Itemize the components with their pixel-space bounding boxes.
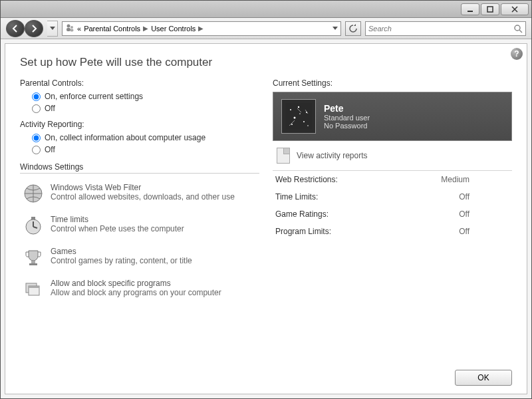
nav-history-dropdown[interactable] bbox=[47, 21, 58, 37]
view-activity-reports-link[interactable]: View activity reports bbox=[273, 141, 512, 170]
activity-reporting-off-label: Off bbox=[45, 145, 55, 154]
right-column: Current Settings: Pe bbox=[273, 78, 512, 363]
setting-title: Games bbox=[51, 247, 192, 256]
parental-controls-label: Parental Controls: bbox=[20, 78, 259, 88]
chevron-right-icon: ▶ bbox=[198, 25, 203, 32]
setting-title: Time limits bbox=[51, 215, 184, 224]
activity-reporting-on-radio[interactable] bbox=[32, 134, 41, 142]
content-wrapper: ? Set up how Pete will use the computer … bbox=[1, 39, 531, 398]
windows-settings-label: Windows Settings bbox=[20, 162, 259, 172]
back-button[interactable] bbox=[6, 20, 25, 37]
chevron-down-icon bbox=[50, 27, 55, 30]
divider bbox=[20, 173, 259, 174]
avatar bbox=[281, 99, 316, 134]
parental-controls-on-label: On, enforce current settings bbox=[45, 92, 143, 101]
status-row-web[interactable]: Web Restrictions: Medium bbox=[273, 170, 512, 188]
titlebar bbox=[1, 1, 531, 18]
svg-point-2 bbox=[67, 24, 70, 27]
user-name: Pete bbox=[324, 103, 370, 114]
svg-rect-14 bbox=[29, 263, 37, 265]
status-row-games[interactable]: Game Ratings: Off bbox=[273, 205, 512, 223]
panel: ? Set up how Pete will use the computer … bbox=[5, 43, 527, 394]
refresh-button[interactable] bbox=[345, 21, 361, 36]
svg-point-23 bbox=[303, 121, 305, 122]
user-role: Standard user bbox=[324, 114, 370, 122]
svg-point-20 bbox=[298, 106, 299, 108]
parental-controls-off-radio[interactable] bbox=[32, 104, 41, 113]
activity-reporting-on-label: On, collect information about computer u… bbox=[45, 133, 205, 142]
user-password-status: No Password bbox=[324, 122, 370, 130]
setting-title: Windows Vista Web Filter bbox=[51, 183, 235, 192]
activity-link-label: View activity reports bbox=[297, 151, 367, 160]
help-button[interactable]: ? bbox=[511, 48, 523, 60]
ok-button[interactable]: OK bbox=[455, 370, 512, 386]
status-key: Web Restrictions: bbox=[275, 175, 338, 184]
forward-button[interactable] bbox=[25, 20, 43, 37]
status-value: Off bbox=[459, 192, 509, 201]
status-value: Off bbox=[459, 227, 509, 236]
svg-rect-13 bbox=[31, 261, 35, 263]
svg-point-22 bbox=[294, 117, 296, 119]
window: « Parental Controls ▶ User Controls ▶ ? … bbox=[0, 0, 532, 399]
search-box[interactable] bbox=[365, 21, 526, 36]
search-input[interactable] bbox=[368, 25, 513, 33]
setting-desc: Allow and block any programs on your com… bbox=[51, 288, 221, 297]
svg-rect-17 bbox=[29, 286, 39, 288]
breadcrumb-item-user-controls[interactable]: User Controls bbox=[151, 25, 196, 33]
status-row-programs[interactable]: Program Limits: Off bbox=[273, 223, 512, 240]
svg-point-3 bbox=[70, 26, 73, 29]
activity-reporting-label: Activity Reporting: bbox=[20, 120, 259, 129]
status-key: Game Ratings: bbox=[275, 209, 329, 219]
svg-rect-5 bbox=[70, 29, 74, 31]
address-bar[interactable]: « Parental Controls ▶ User Controls ▶ bbox=[62, 21, 341, 36]
svg-point-19 bbox=[290, 109, 291, 110]
trophy-icon bbox=[23, 247, 44, 268]
maximize-button[interactable] bbox=[481, 3, 499, 15]
status-key: Program Limits: bbox=[275, 227, 331, 236]
page-title: Set up how Pete will use the computer bbox=[20, 56, 512, 69]
document-icon bbox=[277, 148, 290, 164]
parental-controls-off-label: Off bbox=[45, 104, 55, 113]
window-stack-icon bbox=[23, 279, 44, 300]
status-key: Time Limits: bbox=[275, 192, 318, 201]
games-item[interactable]: Games Control games by rating, content, … bbox=[20, 243, 259, 275]
address-dropdown[interactable] bbox=[332, 27, 338, 30]
setting-desc: Control when Pete uses the computer bbox=[51, 224, 184, 233]
navbar: « Parental Controls ▶ User Controls ▶ bbox=[1, 18, 531, 39]
svg-point-26 bbox=[299, 113, 301, 114]
svg-rect-10 bbox=[31, 217, 35, 219]
svg-line-7 bbox=[519, 30, 522, 33]
svg-rect-1 bbox=[487, 7, 493, 12]
svg-point-24 bbox=[291, 124, 293, 125]
parental-controls-on-radio[interactable] bbox=[32, 92, 41, 101]
svg-point-6 bbox=[515, 25, 520, 31]
svg-rect-0 bbox=[467, 11, 473, 12]
status-value: Medium bbox=[441, 175, 509, 184]
footer: OK bbox=[20, 363, 512, 386]
minimize-button[interactable] bbox=[461, 3, 479, 15]
nav-arrows bbox=[6, 20, 43, 37]
breadcrumb-item-parental-controls[interactable]: Parental Controls bbox=[84, 25, 140, 33]
current-settings-label: Current Settings: bbox=[273, 78, 512, 88]
user-card: Pete Standard user No Password bbox=[273, 92, 512, 141]
chevron-right-icon: ▶ bbox=[143, 25, 148, 32]
left-column: Parental Controls: On, enforce current s… bbox=[20, 78, 259, 363]
activity-reporting-off-radio[interactable] bbox=[32, 146, 41, 154]
close-button[interactable] bbox=[501, 3, 529, 15]
globe-icon bbox=[23, 183, 44, 204]
svg-point-25 bbox=[307, 125, 309, 126]
parental-controls-icon bbox=[65, 23, 74, 34]
chevron-down-icon bbox=[332, 27, 338, 30]
breadcrumb-prefix[interactable]: « bbox=[77, 25, 81, 33]
setting-desc: Control games by rating, content, or tit… bbox=[51, 256, 192, 265]
setting-title: Allow and block specific programs bbox=[51, 279, 221, 288]
setting-desc: Control allowed websites, downloads, and… bbox=[51, 192, 235, 201]
search-icon bbox=[513, 24, 523, 33]
status-row-time[interactable]: Time Limits: Off bbox=[273, 188, 512, 205]
stopwatch-icon bbox=[23, 215, 44, 236]
allow-block-programs-item[interactable]: Allow and block specific programs Allow … bbox=[20, 275, 259, 307]
svg-rect-4 bbox=[66, 28, 70, 31]
web-filter-item[interactable]: Windows Vista Web Filter Control allowed… bbox=[20, 179, 259, 211]
status-value: Off bbox=[459, 209, 509, 219]
time-limits-item[interactable]: Time limits Control when Pete uses the c… bbox=[20, 211, 259, 243]
